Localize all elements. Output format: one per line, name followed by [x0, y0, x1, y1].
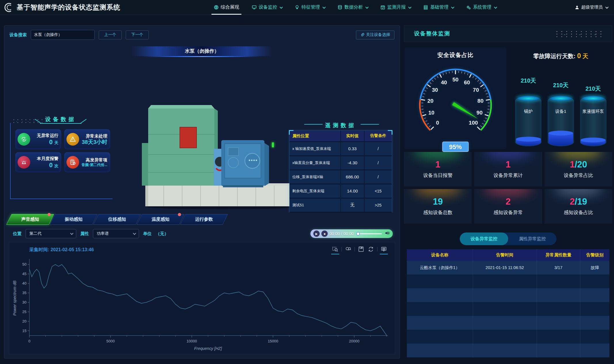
nav-item-basic-mgmt[interactable]: 基础管理: [423, 0, 454, 15]
next-device-button[interactable]: 下一个: [126, 31, 149, 39]
cylinder-cap: [516, 96, 540, 101]
svg-text:30: 30: [22, 300, 26, 304]
monitor-row-empty: [407, 330, 609, 344]
monitor-row-empty: [407, 344, 609, 357]
focus-device-select-button[interactable]: 关注设备选择: [356, 31, 394, 39]
position-label: 位置: [13, 231, 22, 237]
user-menu[interactable]: 超级管理员: [575, 5, 614, 10]
chevron-down-icon: [451, 5, 454, 8]
svg-text:0: 0: [436, 120, 439, 126]
tab-sound-sensing[interactable]: 声音感知: [6, 214, 54, 225]
monitor-row[interactable]: 云酷水泵（勿操作1）2021-01-15 11:06:523/17故障: [407, 261, 609, 275]
glow-decoration: [554, 189, 603, 195]
telemetry-row[interactable]: x轴直流分量_泵体末端-4.30/: [289, 156, 392, 170]
svg-text:80: 80: [477, 98, 483, 104]
svg-text:40: 40: [441, 79, 447, 85]
player-progress-thumb[interactable]: [356, 232, 360, 236]
svg-text:25: 25: [22, 310, 26, 314]
tab-running-params[interactable]: 运行参数: [180, 214, 228, 225]
svg-text:50: 50: [452, 77, 458, 83]
glow-decoration: [484, 152, 532, 158]
monitor-row-empty: [407, 288, 609, 302]
chevron-down-icon: [605, 5, 609, 8]
corner-decoration: [388, 130, 392, 135]
telemetry-col-value: 实时值: [341, 131, 364, 142]
nav-item-system-mgmt[interactable]: 系统管理: [466, 0, 497, 15]
prev-device-button[interactable]: 上一个: [99, 31, 122, 39]
power-spectrum-chart[interactable]: 050001000015000200001520253035404550Powe…: [12, 257, 391, 352]
stat-card-monthly-alarm: 本月度报警 0 次: [15, 152, 61, 172]
overview-stats-grid: 1 设备当日报警 1 设备异常累计 1/20 设备异常占比 19 感知设备总数 …: [404, 152, 612, 224]
3d-viewport[interactable]: 水泵（勿操作）: [5, 42, 398, 213]
glow-decoration: [413, 152, 462, 158]
overview-panel: 设备整体监测 安全设备占比 010203040506070809010095% …: [404, 25, 612, 359]
tab-device-abnormal-monitor[interactable]: 设备异常监控: [460, 232, 508, 245]
svg-text:35: 35: [22, 291, 26, 295]
stat-card-sensor-ratio: 2/19 感知设备占比: [545, 189, 612, 224]
globe-icon: [214, 5, 219, 10]
stat-card-abnormal-ratio: 1/20 设备异常占比: [545, 152, 612, 186]
calendar-icon: [380, 5, 385, 10]
safe-device-gauge-card: 安全设备占比 010203040506070809010095%: [405, 47, 506, 149]
svg-text:5000: 5000: [106, 339, 115, 343]
capture-time: 采集时间: 2021-02-05 15:13:46: [29, 247, 94, 253]
abnormal-monitor-table-wrap: 设备名称 告警时间 异常属性数量 告警级别 云酷水泵（勿操作1）2021-01-…: [407, 249, 609, 357]
warning-triangle-icon: [66, 133, 79, 146]
device-data-header: 设备数据: [8, 114, 114, 125]
telemetry-overlay: 遥测数据 属性位置 实时值 告警条件 x 轴加速度值_泵体末端0.33/x轴直流…: [289, 121, 392, 213]
monitor-row-empty: [407, 302, 609, 316]
data-view-icon[interactable]: [380, 246, 387, 253]
telemetry-row[interactable]: 测试51无>25: [289, 198, 392, 212]
app-logo-icon: [3, 2, 14, 13]
volume-icon[interactable]: [385, 230, 390, 237]
toolbar-divider: [354, 247, 355, 251]
device-search-input[interactable]: [31, 30, 95, 40]
svg-text:0: 0: [28, 339, 30, 343]
tab-temperature-sensing[interactable]: 温度感知: [137, 214, 184, 225]
telemetry-row[interactable]: x 轴加速度值_泵体末端0.33/: [289, 142, 392, 156]
cylinder-slurry-pump: 210天 浆液循环泵: [580, 64, 607, 146]
top-navigation-bar: 基于智能声学的设备状态监测系统 综合展现 设备监控 特征管理 数据分析 监测月报: [0, 0, 614, 15]
cylinder-device1: 210天 设备1: [548, 64, 574, 146]
monitor-icon: [252, 5, 257, 10]
attribute-select[interactable]: 功率谱: [93, 229, 139, 238]
telemetry-row[interactable]: 剩余电压_泵体末端14.00<15: [289, 184, 392, 198]
svg-text:30: 30: [432, 87, 438, 93]
svg-text:15000: 15000: [268, 339, 278, 343]
telemetry-row[interactable]: 温度_泵体末端23.75<=25: [289, 212, 392, 213]
restore-icon[interactable]: [367, 246, 374, 253]
nav-item-feature-mgmt[interactable]: 特征管理: [294, 0, 325, 15]
tab-displacement-sensing[interactable]: 位移感知: [93, 214, 141, 225]
nav-item-overview[interactable]: 综合展现: [213, 0, 240, 15]
player-progress-track[interactable]: [357, 233, 382, 234]
glow-decoration: [413, 189, 462, 195]
stat-card-sensor-total: 19 感知设备总数: [404, 189, 472, 224]
svg-text:Power spectrum dB: Power spectrum dB: [12, 281, 17, 316]
bulb-icon: [295, 5, 300, 10]
nav-item-monthly-report[interactable]: 监测月报: [380, 0, 411, 15]
play-button[interactable]: ▶: [313, 230, 320, 237]
tab-attribute-abnormal-monitor[interactable]: 属性异常监控: [508, 232, 556, 245]
stat-card-unhandled-abnormal: 异常未处理 38天3小时: [64, 129, 110, 149]
pump-3d-model[interactable]: [137, 100, 298, 209]
zoom-reset-icon[interactable]: [345, 246, 352, 253]
paperclip-icon: [360, 33, 364, 37]
device-data-overlay: 设备数据 无异常运行 0 天 异常未处理: [8, 114, 114, 125]
monitor-col-count: 异常属性数量: [537, 249, 580, 261]
monitor-table-body: 云酷水泵（勿操作1）2021-01-15 11:06:523/17故障: [407, 261, 609, 357]
nav-item-data-analysis[interactable]: 数据分析: [337, 0, 368, 15]
area-zoom-icon[interactable]: [332, 246, 339, 253]
save-image-icon[interactable]: [358, 246, 365, 253]
position-select[interactable]: 第二代: [26, 229, 76, 238]
stat-card-normal-run: 无异常运行 0 天: [15, 129, 61, 149]
corner-decoration: [289, 130, 293, 135]
chart-toolbar: [332, 246, 387, 253]
stop-button[interactable]: ■: [321, 230, 328, 237]
telemetry-row[interactable]: 位移_泵体首端X轴686.00/: [289, 170, 392, 184]
svg-text:20000: 20000: [349, 339, 359, 343]
monitor-col-device: 设备名称: [407, 249, 473, 261]
cylinder-row: 210天 锅炉 210天 设备1: [509, 64, 612, 146]
abnormal-monitor-table: 设备名称 告警时间 异常属性数量 告警级别 云酷水泵（勿操作1）2021-01-…: [407, 249, 609, 357]
tab-vibration-sensing[interactable]: 振动感知: [50, 214, 98, 225]
nav-item-device-monitor[interactable]: 设备监控: [251, 0, 283, 15]
